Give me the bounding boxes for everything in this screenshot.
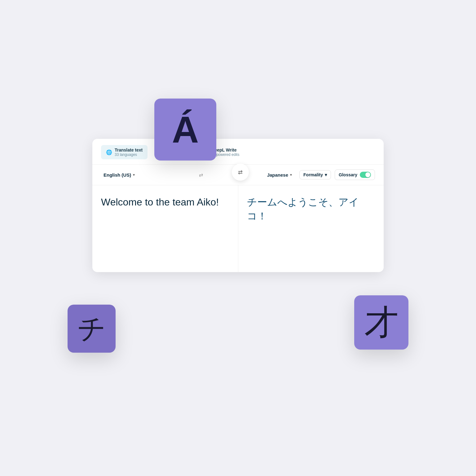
lang-swap-icon[interactable]: ⇄: [199, 172, 203, 178]
translation-area: Welcome to the team Aiko! チームへようこそ、アイコ！: [92, 185, 384, 272]
source-pane[interactable]: Welcome to the team Aiko!: [92, 185, 238, 272]
tab-translate-text-label: Translate text: [115, 148, 143, 152]
target-pane: チームへようこそ、アイコ！: [238, 185, 384, 272]
target-text: チームへようこそ、アイコ！: [247, 195, 375, 223]
right-controls: Formality ▾ Glossary: [299, 170, 375, 180]
glossary-label: Glossary: [339, 172, 357, 177]
glossary-button[interactable]: Glossary: [335, 170, 375, 180]
target-lang-label: Japanese: [267, 172, 288, 178]
tabs-row: 🌐 Translate text 33 languages 📄 Translat…: [92, 139, 384, 165]
scene: Á ⇄ 🌐 Translate text 33 languages 📄 Tran…: [68, 99, 408, 377]
float-tile-a: Á: [154, 99, 216, 161]
glossary-toggle[interactable]: [360, 172, 371, 178]
source-lang-chevron: ▾: [133, 173, 135, 177]
globe-icon: 🌐: [106, 149, 112, 155]
tile-chi-character: チ: [77, 310, 106, 348]
swap-arrows-icon: ⇄: [238, 169, 243, 176]
tab-translate-text[interactable]: 🌐 Translate text 33 languages: [101, 145, 148, 159]
target-lang-chevron: ▾: [290, 173, 292, 177]
formality-chevron: ▾: [325, 172, 327, 177]
float-tile-chi: チ: [68, 305, 116, 353]
formality-label: Formality: [303, 172, 323, 177]
tile-a-character: Á: [172, 108, 199, 151]
source-lang-label: English (US): [104, 172, 131, 178]
float-tile-kata: 才: [354, 295, 408, 350]
swap-float-icon[interactable]: ⇄: [232, 164, 249, 181]
target-lang-button[interactable]: Japanese ▾: [265, 171, 294, 179]
tab-translate-text-sublabel: 33 languages: [115, 152, 143, 157]
tile-kata-character: 才: [364, 299, 399, 346]
formality-button[interactable]: Formality ▾: [299, 170, 331, 179]
main-card: 🌐 Translate text 33 languages 📄 Translat…: [92, 139, 384, 272]
source-lang-button[interactable]: English (US) ▾: [101, 171, 137, 179]
source-text: Welcome to the team Aiko!: [101, 195, 229, 209]
toggle-knob: [365, 172, 370, 177]
